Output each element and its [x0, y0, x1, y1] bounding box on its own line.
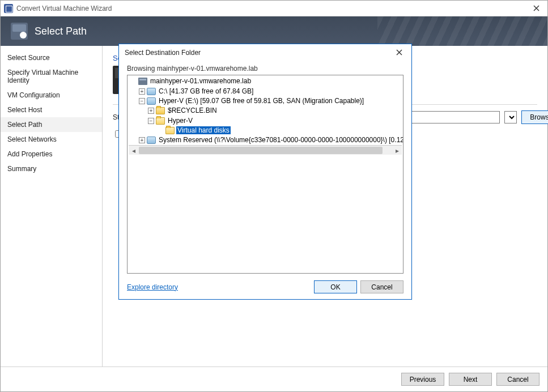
horizontal-scrollbar[interactable]: ◂ ▸ [129, 145, 402, 155]
sidebar-item-summary[interactable]: Summary [1, 161, 102, 176]
titlebar: Convert Virtual Machine Wizard [1, 1, 547, 16]
scroll-left-arrow[interactable]: ◂ [129, 146, 138, 155]
dialog-ok-button[interactable]: OK [314, 280, 357, 293]
sidebar-item-vm-configuration[interactable]: VM Configuration [1, 88, 102, 103]
close-icon [533, 5, 539, 11]
tree-node-recycle-bin[interactable]: +$RECYCLE.BIN [148, 106, 402, 116]
banner-title: Select Path [35, 25, 87, 37]
collapse-toggle[interactable]: − [148, 118, 154, 124]
scroll-thumb[interactable] [139, 147, 383, 154]
dialog-close-button[interactable] [393, 47, 406, 58]
tree-node-label: Hyper-V [167, 117, 194, 125]
tree-node-virtual-hard-disks[interactable]: Virtual hard disks [157, 126, 402, 135]
main-panel: Sele Storag Browse... A Select Destinati… [103, 46, 547, 367]
wizard-window: Convert Virtual Machine Wizard Select Pa… [0, 0, 548, 392]
path-icon [11, 23, 28, 40]
browse-button[interactable]: Browse... [521, 110, 548, 124]
tree-node-label: System Reserved (\\?\Volume{c33e7081-000… [158, 136, 403, 144]
folder-tree[interactable]: mainhyper-v-01.vmwarehome.lab +C:\ [41.3… [127, 75, 403, 274]
tree-root-node[interactable]: mainhyper-v-01.vmwarehome.lab +C:\ [41.3… [130, 76, 402, 145]
collapse-toggle[interactable]: − [139, 98, 145, 104]
browsing-host: mainhyper-v-01.vmwarehome.lab [157, 65, 258, 73]
expand-toggle[interactable]: + [148, 108, 154, 114]
dialog-titlebar: Select Destination Folder [119, 44, 411, 61]
tree-node-label: $RECYCLE.BIN [167, 106, 218, 114]
tree-node-system-reserved[interactable]: +System Reserved (\\?\Volume{c33e7081-00… [139, 135, 402, 145]
banner-decoration [377, 16, 547, 46]
sidebar-item-add-properties[interactable]: Add Properties [1, 147, 102, 161]
sidebar-item-select-host[interactable]: Select Host [1, 103, 102, 117]
tree-node-label: Hyper-V (E:\) [59.07 GB free of 59.81 GB… [158, 97, 365, 105]
header-banner: Select Path [1, 16, 547, 46]
browsing-label: Browsing mainhyper-v-01.vmwarehome.lab [127, 65, 403, 73]
cancel-button[interactable]: Cancel [496, 373, 539, 386]
window-title: Convert Virtual Machine Wizard [16, 5, 112, 12]
next-button[interactable]: Next [449, 373, 492, 386]
dialog-title: Select Destination Folder [125, 49, 201, 57]
scroll-right-arrow[interactable]: ▸ [392, 146, 402, 155]
window-close-button[interactable] [525, 1, 547, 16]
wizard-steps-sidebar: Select Source Specify Virtual Machine Id… [1, 46, 103, 367]
drive-icon [147, 88, 156, 95]
tree-node-hyperv[interactable]: −Hyper-V Virtual hard disks [148, 116, 402, 135]
explore-directory-link[interactable]: Explore directory [127, 283, 178, 291]
select-destination-dialog: Select Destination Folder Browsing mainh… [118, 44, 412, 300]
folder-open-icon [156, 117, 165, 125]
previous-button[interactable]: Previous [401, 373, 444, 386]
storage-path-dropdown[interactable] [504, 111, 517, 123]
dialog-cancel-button[interactable]: Cancel [360, 280, 403, 293]
drive-icon [147, 97, 156, 105]
tree-node-label: C:\ [41.37 GB free of 67.84 GB] [158, 87, 254, 95]
server-icon [138, 78, 147, 85]
expand-toggle[interactable]: + [139, 137, 145, 143]
expand-toggle[interactable]: + [139, 88, 145, 95]
close-icon [396, 49, 402, 56]
browsing-prefix: Browsing [127, 65, 155, 73]
sidebar-item-specify-identity[interactable]: Specify Virtual Machine Identity [1, 65, 102, 88]
folder-icon [156, 107, 165, 114]
wizard-footer: Previous Next Cancel [1, 367, 547, 391]
tree-node-label: mainhyper-v-01.vmwarehome.lab [149, 77, 252, 85]
tree-node-e-drive[interactable]: −Hyper-V (E:\) [59.07 GB free of 59.81 G… [139, 96, 402, 135]
sidebar-item-select-networks[interactable]: Select Networks [1, 132, 102, 147]
tree-node-label: Virtual hard disks [176, 126, 231, 134]
sidebar-item-select-path[interactable]: Select Path [1, 117, 102, 132]
app-icon [4, 4, 13, 13]
drive-icon [147, 137, 156, 144]
folder-open-icon [165, 127, 175, 134]
sidebar-item-select-source[interactable]: Select Source [1, 50, 102, 65]
tree-node-c-drive[interactable]: +C:\ [41.37 GB free of 67.84 GB] [139, 86, 402, 96]
